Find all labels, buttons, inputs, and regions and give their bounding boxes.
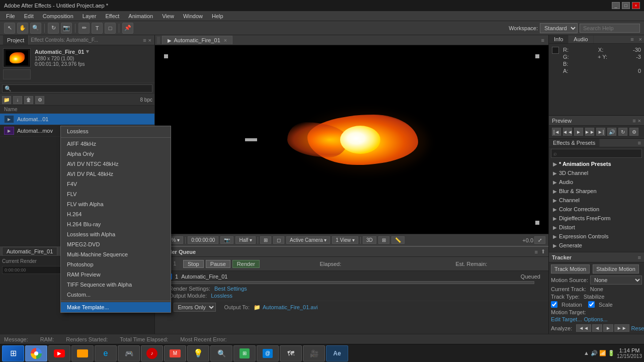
taskbar-camera-btn[interactable]: 🎥 bbox=[303, 345, 325, 361]
ruler-btn[interactable]: 📏 bbox=[391, 236, 405, 244]
category-distort[interactable]: ▶ Distort bbox=[549, 223, 644, 232]
viewport[interactable]: + bbox=[155, 45, 548, 234]
grid-btn[interactable]: ⊞ bbox=[378, 236, 389, 244]
dropdown-item-mpeg2-dvd[interactable]: MPEG2-DVD bbox=[61, 239, 171, 249]
menu-help[interactable]: Help bbox=[208, 12, 227, 20]
comp-tab-close[interactable]: × bbox=[224, 37, 227, 43]
menu-animation[interactable]: Animation bbox=[124, 12, 157, 20]
dropdown-item-h264[interactable]: H.264 bbox=[61, 209, 171, 219]
effects-panel-menu[interactable]: ≡ bbox=[635, 139, 644, 147]
render-queue-menu-btn[interactable]: ≡ bbox=[535, 249, 538, 255]
tool-pin[interactable]: 📌 bbox=[122, 23, 133, 34]
taskbar-folder-btn[interactable] bbox=[71, 345, 94, 361]
minimize-button[interactable]: _ bbox=[612, 2, 620, 9]
taskbar-ae-btn[interactable]: Ae bbox=[326, 345, 348, 361]
tool-camera[interactable]: 📷 bbox=[61, 23, 72, 34]
last-frame-btn[interactable]: ►| bbox=[596, 128, 605, 136]
tool-hand[interactable]: ✋ bbox=[17, 23, 28, 34]
camera-control[interactable]: Active Camera ▾ bbox=[286, 236, 330, 244]
taskbar-email-btn[interactable]: M bbox=[164, 345, 186, 361]
comp-viewport-tab[interactable]: ▶ Automatic_Fire_01 × bbox=[162, 36, 232, 44]
taskbar-chrome-btn[interactable] bbox=[25, 345, 47, 361]
project-search-input[interactable] bbox=[2, 84, 152, 93]
search-help-input[interactable] bbox=[580, 24, 640, 33]
dropdown-item-avi-ntsc[interactable]: AVI DV NTSC 48kHz bbox=[61, 159, 171, 169]
panel-menu-btn[interactable]: ≡ bbox=[143, 37, 146, 43]
dropdown-item-lossless-alpha[interactable]: Lossless with Alpha bbox=[61, 229, 171, 239]
dropdown-item-f4v[interactable]: F4V bbox=[61, 179, 171, 189]
category-digieffects[interactable]: ▶ Digieffects FreeForm bbox=[549, 214, 644, 223]
3d-btn[interactable]: 3D bbox=[363, 236, 376, 244]
effects-presets-tab[interactable]: Effects & Presets bbox=[549, 139, 600, 147]
rotation-checkbox[interactable] bbox=[551, 301, 557, 308]
dropdown-item-custom[interactable]: Custom... bbox=[61, 290, 171, 300]
audio-btn[interactable]: 🔊 bbox=[607, 128, 616, 136]
viewport-menu-btn[interactable]: ≡ bbox=[539, 37, 546, 43]
views-control[interactable]: 1 View ▾ bbox=[332, 236, 358, 244]
project-tab[interactable]: Project bbox=[3, 35, 29, 45]
output-to-value[interactable]: Automatic_Fire_01.avi bbox=[263, 304, 317, 310]
dropdown-item-photoshop[interactable]: Photoshop bbox=[61, 259, 171, 269]
tool-selection[interactable]: ↖ bbox=[4, 23, 15, 34]
tool-pen[interactable]: ✏ bbox=[78, 23, 90, 34]
dropdown-item-multi-machine[interactable]: Multi-Machine Sequence bbox=[61, 249, 171, 259]
pause-render-btn[interactable]: Pause bbox=[206, 260, 230, 268]
tool-shape[interactable]: □ bbox=[105, 23, 116, 34]
quality-btn[interactable]: ◻ bbox=[273, 236, 284, 244]
snapshot-btn[interactable]: 📷 bbox=[220, 236, 233, 244]
edit-target-btn[interactable]: Edit Target... bbox=[551, 316, 582, 322]
category-generate[interactable]: ▶ Generate bbox=[549, 241, 644, 250]
taskbar-search-btn[interactable]: 🔍 bbox=[210, 345, 232, 361]
render-btn[interactable]: Render bbox=[232, 260, 260, 268]
tool-text[interactable]: T bbox=[92, 23, 103, 34]
track-motion-btn[interactable]: Track Motion bbox=[551, 264, 590, 274]
project-new-folder-btn[interactable]: 📁 bbox=[2, 96, 11, 104]
timecode-control[interactable]: 0:00:00:00 bbox=[188, 236, 218, 244]
maximize-button[interactable]: □ bbox=[622, 2, 630, 9]
taskbar-music-btn[interactable]: ♪ bbox=[141, 345, 163, 361]
taskbar-email2-btn[interactable]: @ bbox=[257, 345, 279, 361]
analyze-back-btn[interactable]: ◄ bbox=[592, 324, 602, 332]
title-bar-controls[interactable]: _ □ × bbox=[612, 2, 640, 9]
info-panel-menu[interactable]: ≡ bbox=[627, 35, 636, 43]
category-animation-presets[interactable]: ▶ * Animation Presets bbox=[549, 159, 644, 168]
dropdown-item-avi-pal[interactable]: AVI DV PAL 48kHz bbox=[61, 169, 171, 179]
dropdown-item-ram-preview[interactable]: RAM Preview bbox=[61, 269, 171, 280]
first-frame-btn[interactable]: |◄ bbox=[552, 128, 561, 136]
project-import-btn[interactable]: ↓ bbox=[13, 96, 22, 104]
comp-dropdown-btn[interactable]: ▾ bbox=[86, 48, 89, 55]
taskbar-clock[interactable]: 1:14 PM 12/15/2013 bbox=[617, 347, 642, 359]
workspace-select[interactable]: Standard bbox=[540, 23, 578, 33]
reset-btn[interactable]: Reset bbox=[631, 325, 644, 331]
start-button[interactable]: ⊞ bbox=[2, 345, 24, 361]
transparency-btn[interactable]: ⊞ bbox=[260, 236, 271, 244]
tool-zoom[interactable]: 🔍 bbox=[30, 23, 41, 34]
preview-menu-btn[interactable]: ≡ bbox=[632, 118, 635, 124]
project-delete-btn[interactable]: 🗑 bbox=[24, 96, 33, 104]
preview-close-btn[interactable]: × bbox=[638, 118, 641, 124]
menu-layer[interactable]: Layer bbox=[78, 12, 101, 20]
dropdown-item-flv[interactable]: FLV bbox=[61, 189, 171, 199]
resolution-control[interactable]: Half ▾ bbox=[235, 236, 256, 244]
menu-file[interactable]: File bbox=[2, 12, 19, 20]
menu-view[interactable]: View bbox=[158, 12, 178, 20]
taskbar-maps-btn[interactable]: 🗺 bbox=[280, 345, 302, 361]
category-3d-channel[interactable]: ▶ 3D Channel bbox=[549, 168, 644, 177]
output-module-value[interactable]: Lossless bbox=[211, 293, 232, 299]
analyze-last-btn[interactable]: ►► bbox=[614, 324, 629, 332]
play-btn[interactable]: ► bbox=[574, 128, 583, 136]
category-channel[interactable]: ▶ Channel bbox=[549, 196, 644, 205]
output-folder-btn[interactable]: 📁 bbox=[254, 304, 261, 311]
render-settings-value[interactable]: Best Settings bbox=[214, 286, 247, 292]
loop-btn[interactable]: ↻ bbox=[618, 128, 627, 136]
preview-settings-btn[interactable]: ⚙ bbox=[629, 128, 638, 136]
close-button[interactable]: × bbox=[632, 2, 640, 9]
dropdown-item-alpha-only[interactable]: Alpha Only bbox=[61, 149, 171, 159]
menu-composition[interactable]: Composition bbox=[39, 12, 77, 20]
info-tab-audio[interactable]: Audio bbox=[569, 35, 593, 43]
category-blur-sharpen[interactable]: ▶ Blur & Sharpen bbox=[549, 187, 644, 196]
comp-tab-btn[interactable] bbox=[157, 37, 160, 44]
log-select[interactable]: Errors Only bbox=[174, 303, 216, 312]
menu-effect[interactable]: Effect bbox=[101, 12, 123, 20]
motion-source-select[interactable]: None bbox=[590, 276, 642, 285]
